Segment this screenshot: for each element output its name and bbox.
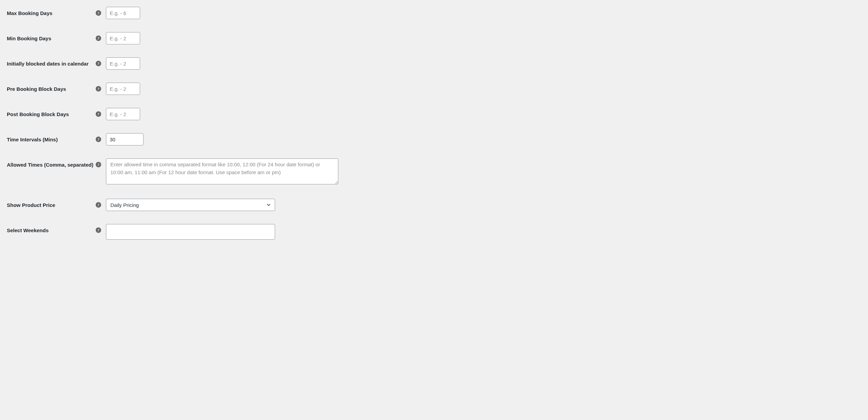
help-icon[interactable]: ? — [96, 36, 101, 41]
show-product-price-label: Show Product Price — [7, 199, 96, 209]
max-booking-days-input[interactable] — [106, 7, 140, 19]
allowed-times-row: Allowed Times (Comma, separated) ? — [7, 158, 506, 186]
time-intervals-row: Time Intervals (Mins) ? — [7, 133, 506, 145]
help-icon[interactable]: ? — [96, 202, 101, 208]
help-icon[interactable]: ? — [96, 111, 101, 117]
booking-settings-form: Max Booking Days ? Min Booking Days ? In… — [0, 0, 513, 253]
pre-booking-block-label: Pre Booking Block Days — [7, 83, 96, 93]
initially-blocked-input[interactable] — [106, 57, 140, 70]
max-booking-days-label: Max Booking Days — [7, 7, 96, 17]
show-product-price-row: Show Product Price ? Daily Pricing — [7, 199, 506, 211]
help-icon[interactable]: ? — [96, 86, 101, 92]
show-product-price-select-wrapper: Daily Pricing — [106, 199, 275, 211]
max-booking-days-row: Max Booking Days ? — [7, 7, 506, 19]
allowed-times-textarea[interactable] — [106, 158, 338, 184]
show-product-price-select[interactable]: Daily Pricing — [106, 199, 275, 211]
min-booking-days-input[interactable] — [106, 32, 140, 44]
allowed-times-label: Allowed Times (Comma, separated) — [7, 158, 96, 168]
post-booking-block-label: Post Booking Block Days — [7, 108, 96, 118]
help-icon[interactable]: ? — [96, 10, 101, 16]
initially-blocked-row: Initially blocked dates in calendar ? — [7, 57, 506, 70]
help-icon[interactable]: ? — [96, 137, 101, 142]
select-weekends-label: Select Weekends — [7, 224, 96, 234]
select-weekends-row: Select Weekends ? — [7, 224, 506, 240]
min-booking-days-row: Min Booking Days ? — [7, 32, 506, 44]
min-booking-days-label: Min Booking Days — [7, 32, 96, 42]
help-icon[interactable]: ? — [96, 61, 101, 66]
pre-booking-block-input[interactable] — [106, 83, 140, 95]
help-icon[interactable]: ? — [96, 162, 101, 167]
select-weekends-input[interactable] — [106, 224, 275, 240]
help-icon[interactable]: ? — [96, 227, 101, 233]
time-intervals-input[interactable] — [106, 133, 144, 145]
post-booking-block-row: Post Booking Block Days ? — [7, 108, 506, 120]
post-booking-block-input[interactable] — [106, 108, 140, 120]
pre-booking-block-row: Pre Booking Block Days ? — [7, 83, 506, 95]
initially-blocked-label: Initially blocked dates in calendar — [7, 57, 96, 67]
time-intervals-label: Time Intervals (Mins) — [7, 133, 96, 143]
